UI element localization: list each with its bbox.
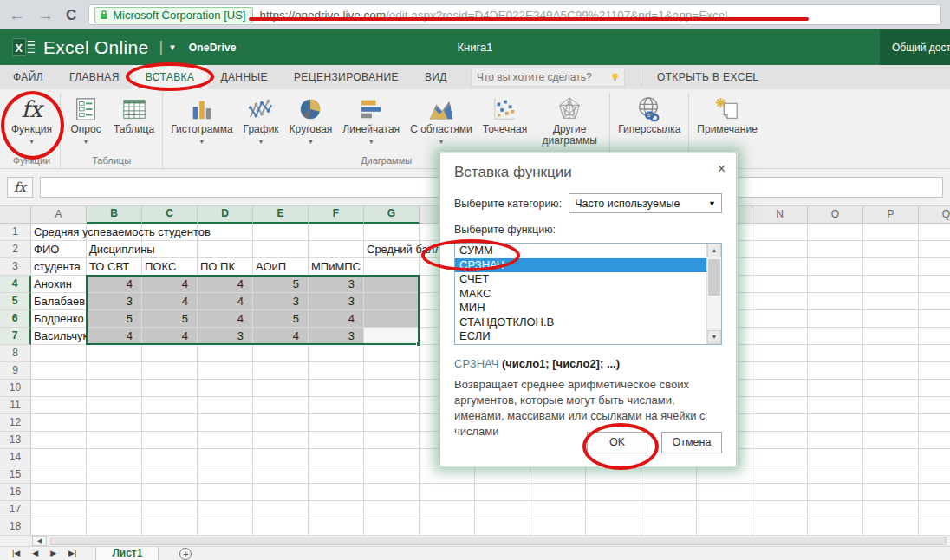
cell-A7[interactable]: Васильчук — [31, 328, 87, 345]
cell-H17[interactable] — [420, 501, 475, 518]
ribbon-button-fx[interactable]: fxФункция▾ — [6, 93, 57, 146]
row-header-5[interactable]: 5 — [0, 293, 31, 310]
cell-O4[interactable] — [808, 276, 863, 293]
fill-handle[interactable] — [416, 342, 421, 347]
cell-N12[interactable] — [752, 414, 808, 432]
cancel-button[interactable]: Отмена — [661, 432, 722, 453]
cell-P10[interactable] — [863, 380, 919, 397]
cell-F15[interactable] — [309, 466, 364, 484]
address-bar[interactable]: Microsoft Corporation [US] https://onedr… — [88, 4, 941, 25]
cell-N18[interactable] — [752, 518, 808, 536]
cell-N10[interactable] — [752, 380, 808, 397]
cell-F10[interactable] — [309, 380, 364, 397]
cell-Q18[interactable] — [919, 518, 950, 536]
cell-G18[interactable] — [364, 518, 420, 536]
cell-B14[interactable] — [87, 449, 142, 466]
cell-K18[interactable] — [586, 518, 641, 536]
cell-N1[interactable] — [752, 224, 808, 241]
cell-J16[interactable] — [530, 484, 586, 501]
cell-G15[interactable] — [364, 466, 420, 484]
cell-N17[interactable] — [752, 501, 808, 518]
cell-B16[interactable] — [87, 484, 142, 501]
cell-D15[interactable] — [198, 466, 253, 484]
cell-A13[interactable] — [31, 432, 87, 449]
cell-P5[interactable] — [863, 293, 919, 310]
cell-Q11[interactable] — [919, 397, 950, 414]
cell-P16[interactable] — [863, 484, 919, 501]
ribbon-button-comment[interactable]: Примечание — [692, 93, 762, 135]
cell-E1[interactable] — [253, 224, 309, 241]
listbox-scrollbar-thumb[interactable] — [708, 259, 720, 296]
column-header-B[interactable]: B — [87, 206, 142, 224]
cell-O8[interactable] — [808, 345, 863, 362]
tab-вид[interactable]: ВИД — [412, 65, 460, 89]
cell-C3[interactable]: ПОКС — [142, 258, 198, 276]
cell-Q3[interactable] — [919, 258, 950, 276]
column-header-P[interactable]: P — [863, 206, 919, 224]
cell-P9[interactable] — [863, 362, 919, 380]
cell-M15[interactable] — [697, 466, 752, 484]
close-icon[interactable]: × — [718, 162, 726, 176]
row-header-4[interactable]: 4 — [0, 276, 31, 293]
cell-Q9[interactable] — [919, 362, 950, 380]
row-header-8[interactable]: 8 — [0, 345, 31, 362]
onedrive-link[interactable]: OneDrive — [189, 42, 237, 54]
cell-A3[interactable]: студента — [31, 258, 87, 276]
cell-D8[interactable] — [198, 345, 253, 362]
cell-D3[interactable]: ПО ПК — [198, 258, 253, 276]
ribbon-button-area-chart[interactable]: С областями▾ — [405, 93, 478, 146]
cell-O15[interactable] — [808, 466, 863, 484]
cell-I16[interactable] — [475, 484, 530, 501]
cell-O9[interactable] — [808, 362, 863, 380]
cell-D18[interactable] — [198, 518, 253, 536]
cell-B3[interactable]: ТО СВТ — [87, 258, 142, 276]
cell-D12[interactable] — [198, 414, 253, 432]
cell-A15[interactable] — [31, 466, 87, 484]
cell-O14[interactable] — [808, 449, 863, 466]
cell-O6[interactable] — [808, 310, 863, 328]
cell-P18[interactable] — [863, 518, 919, 536]
cell-A11[interactable] — [31, 397, 87, 414]
cell-A4[interactable]: Анохин — [31, 276, 87, 293]
first-sheet-icon[interactable]: |◀ — [12, 550, 20, 557]
cell-F4[interactable]: 3 — [309, 276, 364, 293]
cell-G7[interactable] — [364, 328, 420, 345]
scrollbar-thumb[interactable] — [50, 537, 947, 545]
cell-C4[interactable]: 4 — [142, 276, 198, 293]
cell-B12[interactable] — [87, 414, 142, 432]
cell-B7[interactable]: 4 — [87, 328, 142, 345]
cell-E12[interactable] — [253, 414, 309, 432]
cell-E18[interactable] — [253, 518, 309, 536]
cell-L16[interactable] — [641, 484, 697, 501]
cell-K17[interactable] — [586, 501, 641, 518]
cell-E17[interactable] — [253, 501, 309, 518]
cell-Q17[interactable] — [919, 501, 950, 518]
cell-P6[interactable] — [863, 310, 919, 328]
cell-G10[interactable] — [364, 380, 420, 397]
category-dropdown[interactable]: Часто используемые ▼ — [569, 193, 722, 213]
cell-C6[interactable]: 5 — [142, 310, 198, 328]
cell-Q6[interactable] — [919, 310, 950, 328]
add-sheet-icon[interactable]: + — [179, 548, 192, 560]
cell-D4[interactable]: 4 — [198, 276, 253, 293]
last-sheet-icon[interactable]: ▶| — [68, 550, 76, 557]
cell-C10[interactable] — [142, 380, 198, 397]
column-header-Q[interactable]: Q — [919, 206, 950, 224]
cell-K16[interactable] — [586, 484, 641, 501]
cell-L15[interactable] — [641, 466, 697, 484]
cell-O10[interactable] — [808, 380, 863, 397]
ribbon-button-hyperlink[interactable]: Гиперссылка — [613, 93, 686, 135]
cell-A1[interactable]: Средняя успеваемость студентов — [31, 224, 87, 241]
cell-B15[interactable] — [87, 466, 142, 484]
row-header-13[interactable]: 13 — [0, 432, 31, 449]
cell-G14[interactable] — [364, 449, 420, 466]
cell-E16[interactable] — [253, 484, 309, 501]
cell-N16[interactable] — [752, 484, 808, 501]
cell-E4[interactable]: 5 — [253, 276, 309, 293]
cell-H15[interactable] — [420, 466, 475, 484]
cell-D5[interactable]: 4 — [198, 293, 253, 310]
cell-D6[interactable]: 4 — [198, 310, 253, 328]
row-header-18[interactable]: 18 — [0, 518, 31, 536]
cell-Q2[interactable] — [919, 241, 950, 258]
listbox-scrollbar[interactable]: ▲ ▼ — [706, 244, 721, 344]
